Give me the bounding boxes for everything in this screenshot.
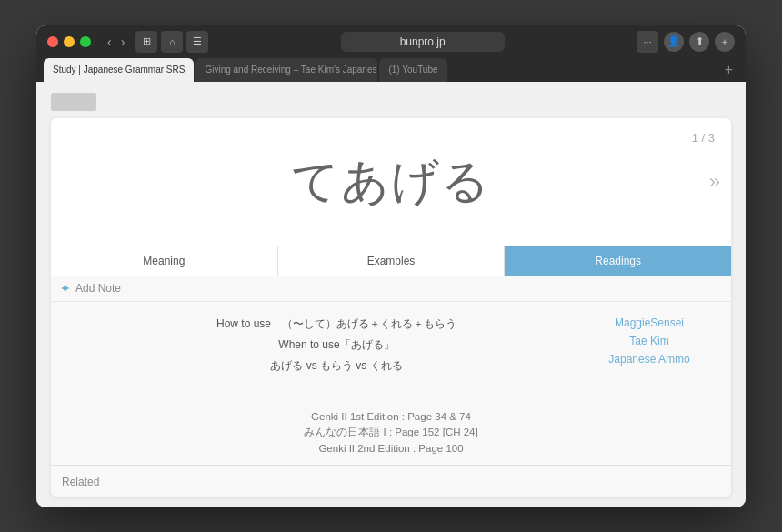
reading-item-1: When to use「あげる」 (78, 337, 595, 353)
account-icon[interactable]: 👤 (664, 32, 684, 52)
link-taekim[interactable]: Tae Kim (629, 335, 668, 347)
reference-0: Genki II 1st Edition : Page 34 & 74 (51, 411, 731, 422)
add-note-label[interactable]: Add Note (75, 282, 121, 295)
add-tab-button[interactable]: + (719, 58, 738, 82)
sidebar-icon[interactable]: ☰ (186, 31, 208, 53)
card-top: 1 / 3 てあげる » (51, 118, 731, 246)
reading-item-0: How to use （〜して）あげる＋くれる＋もらう (78, 316, 595, 332)
reference-1: みんなの日本語 I : Page 152 [CH 24] (51, 426, 731, 439)
page: 1 / 3 てあげる » Meaning Examples Readings (36, 82, 746, 507)
references: Genki II 1st Edition : Page 34 & 74 みんなの… (51, 404, 731, 465)
main-word: てあげる (291, 150, 491, 214)
link-maggiesensei[interactable]: MaggieSensei (615, 316, 684, 329)
browser-window: ‹ › ⊞ ⌂ ☰ bunpro.jp ··· 👤 ⬆ + Study | Ja… (36, 25, 746, 507)
related-label: Related (62, 476, 99, 488)
traffic-lights (47, 36, 91, 47)
next-button[interactable]: » (709, 170, 720, 194)
divider (78, 396, 704, 396)
browser-content: 1 / 3 てあげる » Meaning Examples Readings (36, 82, 746, 507)
address-bar-container: bunpro.jp (216, 32, 629, 52)
maximize-button[interactable] (80, 36, 91, 47)
reference-2: Genki II 2nd Edition : Page 100 (51, 443, 731, 454)
tab-1[interactable]: Giving and Receiving – Tae Kim's Japanes… (196, 58, 377, 82)
tabbar: Study | Japanese Grammar SRS Giving and … (36, 58, 746, 82)
content-body: ✦ Add Note How to use （〜して）あげる＋くれる＋もらう W… (51, 276, 731, 465)
new-tab-icon[interactable]: + (715, 32, 735, 52)
back-button[interactable]: ‹ (104, 33, 115, 51)
readings-content: How to use （〜して）あげる＋くれる＋もらう When to use「… (51, 302, 731, 388)
reading-view-icon[interactable]: ⊞ (135, 31, 157, 53)
url-text: bunpro.jp (400, 35, 446, 48)
toolbar-icons: ⊞ ⌂ ☰ (135, 31, 208, 53)
page-header (51, 93, 731, 111)
titlebar-right: ··· 👤 ⬆ + (637, 31, 735, 53)
home-icon[interactable]: ⌂ (161, 31, 183, 53)
tab-readings[interactable]: Readings (505, 246, 731, 276)
content-tabs: Meaning Examples Readings (51, 246, 731, 276)
share-icon[interactable]: ⬆ (689, 32, 709, 52)
dots-icon[interactable]: ··· (637, 31, 658, 53)
readings-right: MaggieSensei Tae Kim Japanese Ammo (595, 316, 704, 374)
nav-buttons: ‹ › (104, 33, 128, 51)
minimize-button[interactable] (64, 36, 75, 47)
card: 1 / 3 てあげる » Meaning Examples Readings (51, 118, 731, 497)
titlebar: ‹ › ⊞ ⌂ ☰ bunpro.jp ··· 👤 ⬆ + (36, 25, 746, 58)
logo (51, 93, 96, 111)
page-counter: 1 / 3 (692, 131, 715, 145)
tab-meaning[interactable]: Meaning (51, 246, 278, 276)
link-japanese-ammo[interactable]: Japanese Ammo (608, 353, 689, 366)
address-bar[interactable]: bunpro.jp (341, 32, 505, 52)
close-button[interactable] (47, 36, 58, 47)
related-section: Related (51, 465, 731, 497)
reading-item-2: あげる vs もらう vs くれる (78, 358, 595, 374)
readings-left: How to use （〜して）あげる＋くれる＋もらう When to use「… (78, 316, 595, 374)
tab-0[interactable]: Study | Japanese Grammar SRS (44, 58, 194, 82)
forward-button[interactable]: › (117, 33, 129, 51)
add-note-icon: ✦ (60, 282, 70, 296)
tab-examples[interactable]: Examples (278, 246, 506, 276)
tab-2[interactable]: (1) YouTube (379, 58, 446, 82)
add-note-bar: ✦ Add Note (51, 276, 731, 302)
